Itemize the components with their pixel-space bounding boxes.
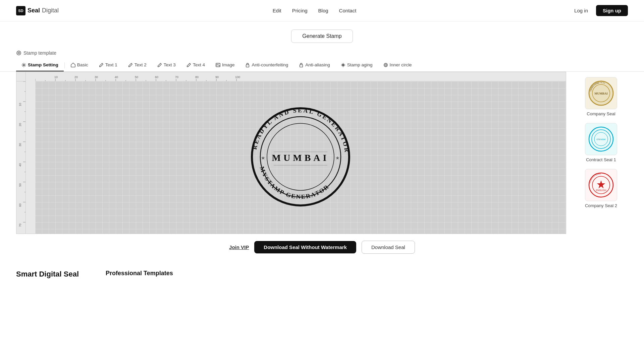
- svg-rect-5: [300, 65, 303, 67]
- edit-icon-2: [128, 63, 133, 67]
- svg-text:100: 100: [235, 75, 240, 79]
- signup-button[interactable]: Sign up: [596, 5, 628, 16]
- generate-section: Generate Stamp: [0, 21, 644, 48]
- svg-text:70: 70: [175, 75, 178, 79]
- svg-text:70: 70: [18, 224, 22, 227]
- svg-text:50: 50: [135, 75, 138, 79]
- smart-digital-seal-title: Smart Digital Seal: [16, 270, 79, 279]
- tab-anti-counterfeiting[interactable]: Anti-counterfeiting: [240, 59, 293, 71]
- lock-icon-1: [245, 63, 250, 67]
- nav-edit[interactable]: Edit: [273, 8, 281, 13]
- tab-text2-label: Text 2: [135, 62, 147, 67]
- tab-divider: [64, 62, 65, 68]
- svg-text:10: 10: [18, 103, 22, 106]
- template-thumb-company-seal-2: ENGLISH COMPAN NAME: [585, 169, 617, 201]
- stamp-preview: READYL AND SEAL GENERATOR MYSTAMP GENERA…: [247, 103, 354, 212]
- svg-text:40: 40: [18, 163, 22, 167]
- tab-stamp-aging-label: Stamp aging: [347, 62, 373, 67]
- tab-inner-circle[interactable]: Inner circle: [378, 59, 417, 71]
- ruler-top-svg: 10 20 30 40 50: [35, 72, 566, 81]
- download-nowatermark-button[interactable]: Download Seal Without Watermark: [254, 241, 356, 253]
- tab-anti-aliasing-label: Anti-aliasing: [305, 62, 330, 67]
- template-contract-seal-1[interactable]: chinese ··············· Contract Seal 1: [574, 123, 628, 162]
- tab-inner-circle-label: Inner circle: [390, 62, 412, 67]
- circle-icon: [383, 63, 388, 67]
- ruler-container: 10 20 30 40 50: [16, 72, 566, 234]
- tab-text2[interactable]: Text 2: [123, 59, 152, 71]
- logo-seal: Seal: [28, 7, 40, 14]
- svg-text:60: 60: [18, 203, 22, 207]
- svg-text:20: 20: [74, 75, 78, 79]
- svg-text:10: 10: [54, 75, 58, 79]
- svg-rect-4: [246, 65, 249, 67]
- template-company-seal[interactable]: MUMBAI AND SEAL READYL AND SEAL Company …: [574, 77, 628, 116]
- templates-sidebar: MUMBAI AND SEAL READYL AND SEAL Company …: [574, 72, 628, 234]
- tab-text4[interactable]: Text 4: [181, 59, 210, 71]
- tab-text1[interactable]: Text 1: [94, 59, 123, 71]
- stamp-template-label: Stamp template: [23, 50, 56, 56]
- svg-text:MUMBAI: MUMBAI: [594, 92, 608, 95]
- login-button[interactable]: Log in: [570, 6, 592, 15]
- tab-text3-label: Text 3: [164, 62, 176, 67]
- svg-point-2: [23, 64, 24, 65]
- main-nav: Edit Pricing Blog Contact: [273, 8, 356, 13]
- template-thumb-company-seal: MUMBAI AND SEAL READYL AND SEAL: [585, 77, 617, 109]
- logo-digital: Digital: [42, 7, 59, 14]
- nav-blog[interactable]: Blog: [318, 8, 328, 13]
- edit-icon-4: [186, 63, 191, 67]
- svg-text:60: 60: [155, 75, 158, 79]
- tab-anti-aliasing[interactable]: Anti-aliasing: [293, 59, 335, 71]
- svg-text:20: 20: [18, 123, 22, 126]
- template-contract-seal-1-label: Contract Seal 1: [586, 157, 616, 162]
- template-company-seal-2-label: Company Seal 2: [585, 203, 617, 208]
- svg-text:★: ★: [261, 155, 265, 161]
- svg-marker-84: [597, 180, 605, 188]
- svg-text:★: ★: [335, 155, 340, 161]
- stamp-canvas[interactable]: READYL AND SEAL GENERATOR MYSTAMP GENERA…: [35, 81, 566, 234]
- main-content: 10 20 30 40 50: [0, 72, 644, 234]
- home-icon: [71, 63, 75, 67]
- svg-text:50: 50: [18, 183, 22, 187]
- tab-basic[interactable]: Basic: [65, 59, 94, 71]
- tab-anti-counterfeiting-label: Anti-counterfeiting: [252, 62, 288, 67]
- stamp-template-row: Stamp template: [0, 48, 644, 59]
- tab-image[interactable]: Image: [210, 59, 240, 71]
- edit-icon-3: [157, 63, 162, 67]
- ruler-left-svg: 10 20 30 40 50: [16, 81, 26, 232]
- stamp-template-icon: [16, 50, 21, 56]
- canvas-wrap: 10 20 30 40 50: [16, 72, 566, 234]
- tab-stamp-setting[interactable]: Stamp Setting: [16, 59, 64, 71]
- svg-text:chinese: chinese: [596, 138, 606, 141]
- generate-stamp-button[interactable]: Generate Stamp: [291, 29, 353, 43]
- svg-text:ENGLISH: ENGLISH: [596, 189, 606, 191]
- lock-icon-2: [299, 63, 304, 67]
- header: SD Seal Digital Edit Pricing Blog Contac…: [0, 0, 644, 21]
- template-thumb-contract-seal-1: chinese ···············: [585, 123, 617, 155]
- svg-point-7: [385, 64, 386, 66]
- svg-text:30: 30: [18, 143, 22, 146]
- nav-pricing[interactable]: Pricing: [292, 8, 308, 13]
- tab-stamp-aging[interactable]: Stamp aging: [335, 59, 378, 71]
- template-company-seal-2[interactable]: ENGLISH COMPAN NAME Company Seal 2: [574, 169, 628, 208]
- download-bar: Join VIP Download Seal Without Watermark…: [0, 234, 644, 263]
- join-vip-button[interactable]: Join VIP: [229, 244, 249, 250]
- logo[interactable]: SD Seal Digital: [16, 6, 59, 15]
- tab-basic-label: Basic: [77, 62, 88, 67]
- tab-image-label: Image: [222, 62, 235, 67]
- professional-templates-title: Professional Templates: [106, 270, 173, 277]
- svg-point-1: [18, 52, 20, 54]
- svg-point-6: [384, 63, 387, 67]
- tab-text3[interactable]: Text 3: [152, 59, 181, 71]
- download-seal-button[interactable]: Download Seal: [362, 241, 415, 254]
- svg-text:90: 90: [215, 75, 219, 79]
- svg-text:40: 40: [115, 75, 118, 79]
- tabs-bar: Stamp Setting Basic Text 1 Text 2 Text 3…: [0, 59, 644, 72]
- tab-text4-label: Text 4: [193, 62, 205, 67]
- header-actions: Log in Sign up: [570, 5, 628, 16]
- template-company-seal-label: Company Seal: [587, 111, 615, 116]
- settings-icon: [21, 63, 26, 67]
- edit-icon-1: [99, 63, 104, 67]
- svg-text:80: 80: [195, 75, 199, 79]
- svg-point-0: [17, 51, 21, 55]
- nav-contact[interactable]: Contact: [339, 8, 357, 13]
